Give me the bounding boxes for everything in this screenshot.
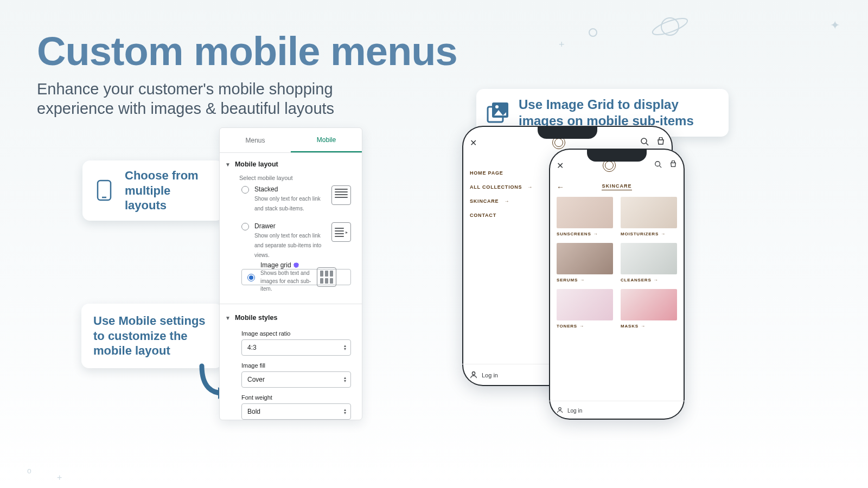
callout-layouts: Choose from multiple layouts (82, 160, 224, 221)
card-image (557, 289, 613, 320)
radio-stacked[interactable]: Stacked Show only text for each link and… (241, 185, 351, 213)
radio-imagegrid-name: Image grid (260, 261, 311, 269)
arrow-right-icon: → (580, 278, 585, 282)
grid-card[interactable]: TONERS → (557, 289, 613, 329)
svg-point-0 (661, 18, 679, 35)
chevron-down-icon: ▼ (225, 315, 231, 321)
chevron-updown-icon: ▴▾ (344, 344, 346, 351)
card-image (557, 243, 613, 274)
svg-point-12 (559, 408, 561, 410)
user-icon (557, 407, 563, 414)
grid-card[interactable]: MASKS → (621, 289, 677, 329)
select-weight[interactable]: Bold ▴▾ (241, 403, 351, 420)
phone-preview-imagegrid: ✕ ← SKINCARE SUNSCREENS → MOISTURIZERS →… (549, 149, 685, 420)
page-subtitle: Enhance your customer's mobile shopping … (37, 79, 373, 119)
select-fill[interactable]: Cover ▴▾ (241, 371, 351, 388)
arrow-right-icon: → (504, 198, 509, 204)
field-aspect: Image aspect ratio 4:3 ▴▾ (241, 330, 351, 356)
svg-point-1 (651, 15, 689, 38)
radio-stacked-desc: Show only text for each link and stack s… (254, 196, 321, 211)
callout-imagegrid-text: Use Image Grid to display images on mobi… (519, 97, 717, 129)
arrow-right-icon: → (661, 232, 666, 236)
svg-point-6 (495, 105, 499, 108)
panel-tabs: Menus Mobile (220, 128, 362, 153)
section-mobile-layout[interactable]: ▼ Mobile layout (220, 153, 362, 171)
arrow-right-icon: → (641, 324, 646, 329)
radio-stacked-name: Stacked (254, 185, 326, 193)
card-image (621, 243, 677, 274)
svg-line-8 (646, 143, 648, 145)
card-image (621, 289, 677, 320)
radio-drawer-desc: Show only text for each link and separat… (254, 233, 321, 258)
premium-badge-icon (293, 262, 299, 268)
chevron-updown-icon: ▴▾ (344, 408, 346, 415)
arrow-right-icon: → (579, 324, 584, 329)
phone-icon (92, 178, 116, 202)
callout-settings-text: Use Mobile settings to customize the mob… (93, 313, 210, 358)
svg-point-7 (641, 138, 647, 144)
field-weight: Font weight Bold ▴▾ (241, 394, 351, 420)
headline: Custom mobile menus Enhance your custome… (37, 30, 457, 118)
grid-card[interactable]: CLEANSERS → (621, 243, 677, 282)
cart-icon[interactable] (656, 137, 665, 148)
chevron-updown-icon: ▴▾ (344, 376, 346, 383)
svg-point-10 (655, 162, 660, 166)
layout-thumb-drawer: ▸ (331, 222, 351, 242)
tab-menus[interactable]: Menus (220, 128, 291, 152)
section-mobile-styles[interactable]: ▼ Mobile styles (220, 306, 362, 325)
cart-icon[interactable] (669, 160, 677, 170)
layout-thumb-stacked (331, 185, 351, 205)
field-label: Image fill (241, 362, 351, 369)
section-title: Mobile layout (235, 160, 278, 168)
radio-drawer[interactable]: Drawer Show only text for each link and … (241, 222, 351, 259)
breadcrumb-title: SKINCARE (602, 183, 631, 190)
product-grid: SUNSCREENS → MOISTURIZERS → SERUMS → CLE… (549, 197, 685, 336)
field-label: Image aspect ratio (241, 330, 351, 337)
radio-input[interactable] (241, 186, 249, 194)
search-icon[interactable] (640, 137, 649, 148)
radio-group-label: Select mobile layout (239, 175, 351, 181)
section-title: Mobile styles (235, 314, 278, 322)
arrow-right-icon: → (654, 278, 659, 282)
svg-line-11 (660, 166, 662, 168)
image-grid-icon (486, 101, 510, 125)
callout-layouts-text: Choose from multiple layouts (125, 168, 212, 213)
page-title: Custom mobile menus (37, 30, 457, 73)
back-icon[interactable]: ← (557, 183, 564, 191)
layout-thumb-grid (317, 267, 336, 287)
close-icon[interactable]: ✕ (557, 160, 564, 171)
chevron-down-icon: ▼ (225, 162, 231, 168)
arrow-right-icon: → (527, 184, 533, 190)
select-aspect[interactable]: 4:3 ▴▾ (241, 339, 351, 356)
arrow-right-icon: → (593, 232, 598, 236)
grid-card[interactable]: MOISTURIZERS → (621, 197, 677, 236)
tab-mobile[interactable]: Mobile (291, 128, 362, 152)
card-image (557, 197, 613, 228)
svg-point-9 (472, 372, 475, 375)
radio-input[interactable] (247, 274, 255, 281)
radio-imagegrid-desc: Shows both text and images for each sub-… (260, 270, 311, 292)
radio-imagegrid[interactable]: Image grid Shows both text and images fo… (241, 269, 351, 285)
field-label: Font weight (241, 394, 351, 401)
search-icon[interactable] (654, 160, 662, 170)
radio-drawer-name: Drawer (254, 222, 326, 230)
grid-card[interactable]: SERUMS → (557, 243, 613, 282)
callout-settings: Use Mobile settings to customize the mob… (81, 304, 222, 368)
login-link[interactable]: Log in (549, 401, 685, 420)
field-fill: Image fill Cover ▴▾ (241, 362, 351, 388)
user-icon (470, 371, 477, 380)
radio-input[interactable] (241, 223, 249, 230)
close-icon[interactable]: ✕ (470, 138, 477, 148)
settings-panel: Menus Mobile ▼ Mobile layout Select mobi… (219, 127, 362, 420)
grid-card[interactable]: SUNSCREENS → (557, 197, 613, 236)
card-image (621, 197, 677, 228)
